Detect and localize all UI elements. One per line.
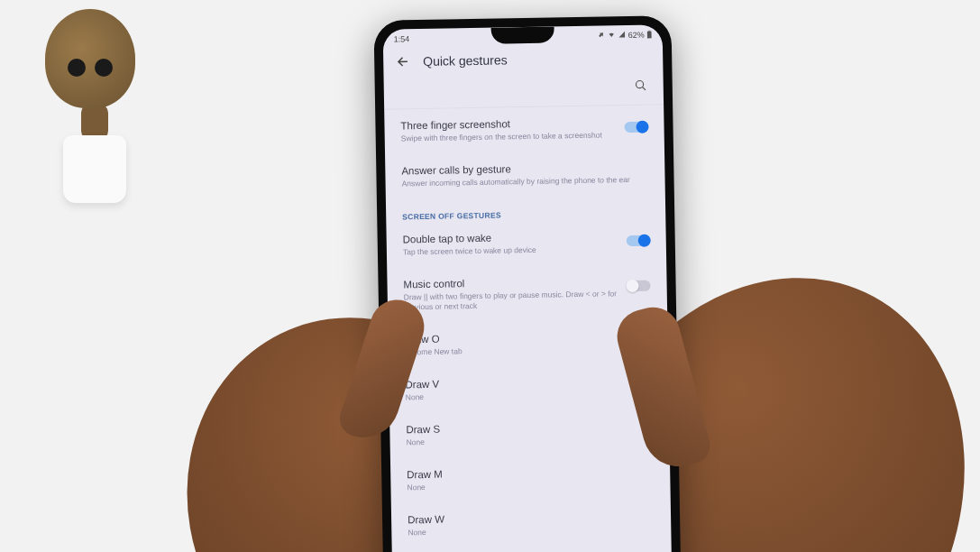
- setting-desc: None: [408, 524, 655, 538]
- app-bar: Quick gestures: [383, 42, 664, 79]
- phone-screen: 1:54 62% Quick ge: [383, 24, 673, 552]
- display-notch: [491, 26, 554, 43]
- setting-desc: Chrome New tab: [405, 344, 652, 358]
- setting-title: Music control: [403, 275, 619, 290]
- battery-icon: [647, 30, 652, 40]
- background-figurine: [45, 9, 144, 235]
- setting-draw-v[interactable]: Draw V None: [405, 364, 653, 414]
- setting-title: Draw M: [407, 465, 654, 481]
- svg-rect-1: [647, 31, 652, 38]
- setting-desc: Swipe with three fingers on the screen t…: [401, 130, 618, 143]
- setting-title: Draw V: [405, 375, 652, 391]
- status-time: 1:54: [394, 34, 410, 43]
- setting-title: Draw O: [405, 330, 652, 345]
- setting-music-control[interactable]: Music control Draw || with two fingers t…: [403, 264, 651, 324]
- wifi-icon: [608, 31, 616, 40]
- toggle-three-finger-screenshot[interactable]: [624, 122, 647, 133]
- battery-text: 62%: [628, 31, 645, 40]
- setting-title: Draw S: [406, 420, 653, 436]
- setting-draw-s[interactable]: Draw S None: [406, 409, 654, 459]
- setting-desc: Answer incoming calls automatically by r…: [402, 175, 649, 189]
- setting-title: Answer calls by gesture: [401, 161, 648, 177]
- toggle-music-control[interactable]: [627, 281, 651, 291]
- toggle-double-tap-wake[interactable]: [627, 235, 650, 246]
- page-title: Quick gestures: [423, 52, 508, 69]
- setting-answer-calls-gesture[interactable]: Answer calls by gesture Answer incoming …: [401, 151, 649, 200]
- signal-icon: [618, 31, 626, 40]
- setting-draw-o[interactable]: Draw O Chrome New tab: [404, 319, 652, 369]
- setting-three-finger-screenshot[interactable]: Three finger screenshot Swipe with three…: [400, 106, 648, 155]
- status-icons: 62%: [598, 30, 652, 41]
- setting-title: Double tap to wake: [403, 230, 619, 244]
- back-button[interactable]: [396, 54, 410, 69]
- setting-title: Three finger screenshot: [400, 116, 617, 131]
- setting-draw-w[interactable]: Draw W None: [408, 500, 655, 549]
- svg-rect-0: [648, 30, 650, 31]
- search-icon[interactable]: [635, 79, 647, 96]
- setting-desc: None: [407, 434, 654, 448]
- setting-title: Draw W: [408, 511, 655, 526]
- svg-point-2: [636, 80, 643, 87]
- search-row: [384, 75, 664, 109]
- phone-device: 1:54 62% Quick ge: [373, 15, 681, 552]
- setting-double-tap-wake[interactable]: Double tap to wake Tap the screen twice …: [402, 219, 650, 269]
- setting-desc: None: [406, 389, 653, 403]
- setting-desc: None: [407, 479, 654, 493]
- setting-desc: Tap the screen twice to wake up device: [403, 244, 619, 257]
- setting-draw-m[interactable]: Draw M None: [407, 455, 655, 504]
- location-icon: [598, 31, 605, 40]
- setting-desc: Draw || with two fingers to play or paus…: [404, 289, 620, 312]
